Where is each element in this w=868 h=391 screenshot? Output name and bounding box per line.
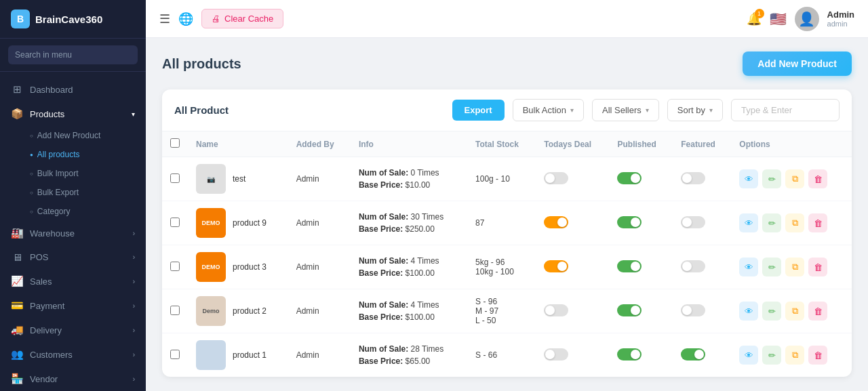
copy-icon-4[interactable]: ⧉ [785,346,804,365]
bulk-action-dropdown[interactable]: Bulk Action ▾ [513,99,584,121]
notification-badge: 1 [755,9,764,18]
edit-icon-0[interactable]: ✏ [762,169,781,188]
sidebar-label-warehouse: Warehouse [30,228,75,239]
copy-icon-0[interactable]: ⧉ [785,169,804,188]
sidebar-item-add-new-product[interactable]: Add New Product [30,126,146,145]
featured-toggle-1[interactable] [681,216,705,228]
edit-icon-3[interactable]: ✏ [762,302,781,321]
sidebar-item-category[interactable]: Category [30,202,146,221]
info-2: Num of Sale: 4 TimesBase Price: $100.00 [351,245,467,289]
export-button[interactable]: Export [452,100,505,121]
sidebar-item-pos[interactable]: 🖥 POS › [0,245,146,269]
view-icon-0[interactable]: 👁 [739,169,758,188]
delete-icon-0[interactable]: 🗑 [808,169,827,188]
sidebar-logo: B BrainCave360 [0,0,146,39]
featured-toggle-3[interactable] [681,304,705,316]
todays-deal-toggle-4[interactable] [544,348,568,361]
delete-icon-1[interactable]: 🗑 [808,213,827,232]
copy-icon-3[interactable]: ⧉ [785,302,804,321]
sidebar-label-products: Products [30,109,64,119]
username: Admin [827,9,854,20]
sidebar-item-products[interactable]: 📦 Products ▾ [0,102,146,126]
col-published: Published [609,131,673,157]
featured-toggle-4[interactable] [681,348,705,361]
logo-letter: B [17,14,24,24]
view-icon-4[interactable]: 👁 [739,346,758,365]
sidebar-item-customers[interactable]: 👥 Customers › [0,342,146,367]
sidebar-item-sales[interactable]: 📈 Sales › [0,269,146,293]
table-row: Demoproduct 2AdminNum of Sale: 4 TimesBa… [162,289,852,333]
language-flag[interactable]: 🇺🇸 [770,11,787,27]
chevron-right-icon-sales: › [133,278,135,285]
products-table-card: All Product Export Bulk Action ▾ All Sel… [162,89,852,377]
col-info: Info [351,131,467,157]
globe-icon[interactable]: 🌐 [178,12,193,26]
delete-icon-3[interactable]: 🗑 [808,302,827,321]
sidebar-item-vendor[interactable]: 🏪 Vendor › [0,367,146,391]
table-toolbar: All Product Export Bulk Action ▾ All Sel… [162,89,852,131]
notification-bell[interactable]: 🔔 1 [747,12,762,26]
col-todays-deal: Todays Deal [536,131,609,157]
total-stock-0: 100g - 10 [467,157,536,201]
total-stock-4: S - 66 [467,333,536,377]
delete-icon-2[interactable]: 🗑 [808,258,827,276]
todays-deal-toggle-2[interactable] [544,260,568,272]
product-name-1: product 9 [233,218,267,228]
product-thumb-4 [196,340,226,370]
todays-deal-toggle-1[interactable] [544,216,568,228]
row-checkbox-0[interactable] [170,173,180,183]
edit-icon-2[interactable]: ✏ [762,258,781,276]
published-toggle-2[interactable] [617,260,642,272]
avatar[interactable]: 👤 [795,7,819,31]
todays-deal-toggle-0[interactable] [544,172,568,184]
sort-by-dropdown[interactable]: Sort by ▾ [667,99,723,121]
sidebar-item-all-products[interactable]: All products [30,145,146,164]
todays-deal-toggle-3[interactable] [544,304,568,316]
sidebar-label-payment: Payment [30,301,64,311]
row-checkbox-4[interactable] [170,350,180,359]
view-icon-3[interactable]: 👁 [739,302,758,321]
added-by-3: Admin [288,289,351,333]
delete-icon-4[interactable]: 🗑 [808,346,827,365]
vendor-icon: 🏪 [11,373,23,385]
published-toggle-4[interactable] [617,348,642,361]
published-toggle-1[interactable] [617,216,642,228]
copy-icon-2[interactable]: ⧉ [785,258,804,276]
page-content: All products Add New Product All Product… [146,38,868,391]
sidebar-item-delivery[interactable]: 🚚 Delivery › [0,318,146,342]
featured-toggle-2[interactable] [681,260,705,272]
select-all-checkbox[interactable] [170,138,180,148]
sidebar-label-sales: Sales [30,276,52,287]
all-sellers-dropdown[interactable]: All Sellers ▾ [592,99,659,121]
edit-icon-4[interactable]: ✏ [762,346,781,365]
sidebar-item-dashboard[interactable]: ⊞ Dashboard [0,77,146,102]
view-icon-2[interactable]: 👁 [739,258,758,276]
product-name-0: test [233,174,245,184]
published-toggle-0[interactable] [617,172,642,184]
search-input[interactable] [8,45,138,64]
row-checkbox-2[interactable] [170,262,180,271]
hamburger-icon[interactable]: ☰ [159,12,170,26]
copy-icon-1[interactable]: ⧉ [785,213,804,232]
sidebar-item-bulk-import[interactable]: Bulk Import [30,164,146,183]
products-table: Name Added By Info Total Stock Todays De… [162,131,852,377]
sidebar-products-submenu: Add New Product All products Bulk Import… [0,126,146,221]
edit-icon-1[interactable]: ✏ [762,213,781,232]
featured-toggle-0[interactable] [681,172,705,184]
product-thumb-1: DEMO [196,208,226,238]
row-checkbox-1[interactable] [170,218,180,227]
table-search-input[interactable] [731,99,840,121]
published-toggle-3[interactable] [617,304,642,316]
clear-cache-button[interactable]: 🖨 Clear Cache [201,9,283,28]
sidebar: B BrainCave360 ⊞ Dashboard 📦 Products ▾ … [0,0,146,391]
product-name-3: product 2 [233,306,267,316]
info-0: Num of Sale: 0 TimesBase Price: $10.00 [351,157,467,201]
row-checkbox-3[interactable] [170,306,180,315]
sidebar-label-dashboard: Dashboard [30,85,73,95]
user-info[interactable]: Admin admin [827,9,854,28]
sidebar-item-bulk-export[interactable]: Bulk Export [30,183,146,202]
view-icon-1[interactable]: 👁 [739,213,758,232]
sidebar-item-warehouse[interactable]: 🏭 Warehouse › [0,221,146,245]
sidebar-item-payment[interactable]: 💳 Payment › [0,293,146,318]
add-new-product-button[interactable]: Add New Product [743,52,852,76]
